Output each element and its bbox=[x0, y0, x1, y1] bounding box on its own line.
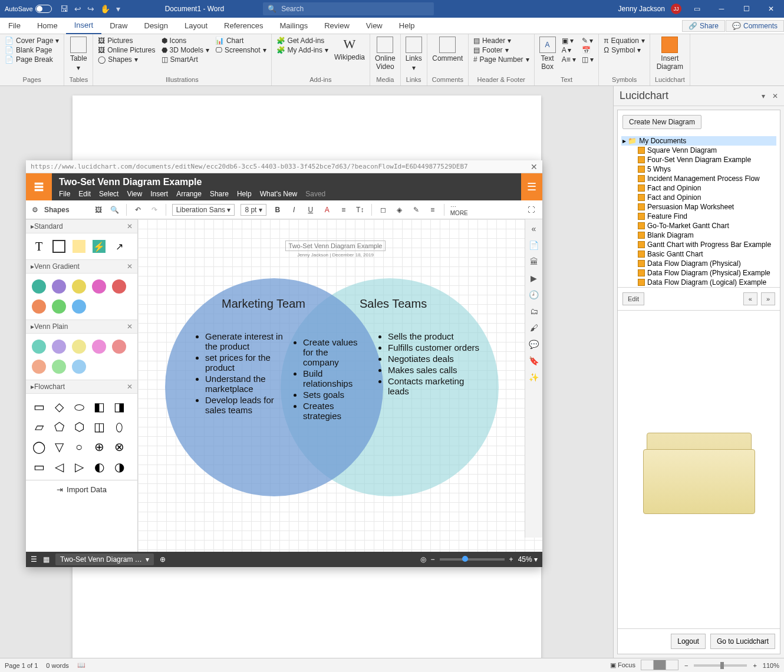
bolt-shape-icon[interactable]: ⚡ bbox=[91, 238, 107, 255]
folder-my-documents[interactable]: ▸ 📁 My Documents bbox=[621, 136, 776, 146]
links-button[interactable]: Links▾ bbox=[406, 37, 422, 72]
symbol-button[interactable]: Ω Symbol ▾ bbox=[604, 46, 645, 54]
italic-icon[interactable]: I bbox=[289, 205, 299, 215]
my-addins-button[interactable]: 🧩 My Add-ins ▾ bbox=[276, 46, 328, 54]
online-video-button[interactable]: Online Video bbox=[375, 37, 396, 71]
canvas-doc-title[interactable]: Two-Set Venn Diagram Example bbox=[285, 241, 386, 251]
tab-insert[interactable]: Insert bbox=[66, 18, 102, 34]
chat-icon[interactable]: 💬 bbox=[529, 340, 539, 349]
tree-doc-item[interactable]: Square Venn Diagram bbox=[621, 146, 776, 155]
icons-button[interactable]: ⬢ Icons bbox=[162, 37, 209, 45]
zoom-value[interactable]: 110% bbox=[763, 662, 779, 669]
tab-home[interactable]: Home bbox=[29, 18, 66, 34]
grid-view-icon[interactable]: ▦ bbox=[43, 555, 50, 564]
tree-doc-item[interactable]: Blank Diagram bbox=[621, 230, 776, 240]
lc-menu-arrange[interactable]: Arrange bbox=[176, 190, 202, 198]
lc-menu-icon[interactable]: ☰ bbox=[521, 173, 542, 200]
venn-right-list[interactable]: Sells the productFulfills customer order… bbox=[377, 331, 483, 397]
circ-yellow[interactable] bbox=[71, 278, 87, 295]
tab-review[interactable]: Review bbox=[316, 18, 358, 34]
prev-page-button[interactable]: « bbox=[743, 292, 757, 305]
flowchart-shape-icon[interactable]: ◧ bbox=[91, 398, 107, 415]
wikipedia-button[interactable]: WWikipedia bbox=[334, 37, 365, 61]
page-icon[interactable]: 📄 bbox=[529, 241, 539, 250]
create-new-diagram-button[interactable]: Create New Diagram bbox=[622, 115, 701, 129]
tree-doc-item[interactable]: Basic Gantt Chart bbox=[621, 249, 776, 259]
minimize-icon[interactable]: ─ bbox=[712, 0, 731, 18]
insert-diagram-button[interactable]: Insert Diagram bbox=[655, 37, 685, 71]
tab-layout[interactable]: Layout bbox=[176, 18, 216, 34]
tab-references[interactable]: References bbox=[216, 18, 271, 34]
circ-teal[interactable] bbox=[31, 278, 47, 295]
venn-center-list[interactable]: Create values for the companyBuild relat… bbox=[292, 337, 363, 422]
zoom-in-icon[interactable]: + bbox=[509, 555, 513, 564]
collapse-icon[interactable]: « bbox=[532, 224, 536, 233]
get-addins-button[interactable]: 🧩 Get Add-ins bbox=[276, 37, 328, 45]
arrow-shape-icon[interactable]: ↗ bbox=[111, 238, 127, 255]
maximize-icon[interactable]: ☐ bbox=[737, 0, 756, 18]
history-icon[interactable]: 🕘 bbox=[529, 290, 539, 299]
page-tab[interactable]: Two-Set Venn Diagram … ▾ bbox=[55, 554, 154, 565]
zoom-out-icon[interactable]: − bbox=[431, 555, 435, 564]
shapes-panel-icon[interactable]: ⚙ bbox=[32, 206, 38, 214]
flowchart-shape-icon[interactable]: ⬡ bbox=[71, 419, 87, 435]
page-break-button[interactable]: 📄 Page Break bbox=[5, 55, 59, 64]
chart-button[interactable]: 📊 Chart bbox=[215, 37, 266, 45]
lc-menu-whatsnew[interactable]: What's New bbox=[260, 190, 298, 198]
go-to-lucidchart-button[interactable]: Go to Lucidchart bbox=[710, 634, 775, 649]
lc-zoom-slider[interactable] bbox=[440, 558, 505, 561]
rect-shape-icon[interactable] bbox=[51, 238, 67, 255]
qat-customize-icon[interactable]: ▾ bbox=[116, 4, 120, 14]
cat-venn-gradient[interactable]: ▸ Venn Gradient✕ bbox=[26, 259, 137, 274]
autosave-toggle[interactable]: AutoSave bbox=[5, 5, 52, 13]
panel-close-icon[interactable]: ✕ bbox=[772, 92, 778, 100]
comment-button[interactable]: Comment bbox=[432, 37, 463, 62]
tree-doc-item[interactable]: Fact and Opinion bbox=[621, 183, 776, 193]
undo-icon[interactable]: ↩ bbox=[74, 4, 81, 14]
flowchart-shape-icon[interactable]: ◫ bbox=[91, 419, 107, 435]
flowchart-shape-icon[interactable]: ◨ bbox=[111, 398, 127, 415]
panel-menu-icon[interactable]: ▾ bbox=[762, 92, 765, 100]
screenshot-button[interactable]: 🖵 Screenshot ▾ bbox=[215, 46, 266, 54]
redo-icon[interactable]: ↷ bbox=[149, 205, 160, 215]
target-icon[interactable]: ◎ bbox=[420, 555, 426, 564]
flowchart-shape-icon[interactable]: ◑ bbox=[111, 459, 127, 475]
flowchart-shape-icon[interactable]: ⬯ bbox=[111, 419, 127, 435]
cat-venn-plain[interactable]: ▸ Venn Plain✕ bbox=[26, 319, 137, 334]
pictures-button[interactable]: 🖼 Pictures bbox=[98, 37, 155, 45]
text-shape-icon[interactable]: T bbox=[31, 238, 47, 255]
avatar[interactable]: JJ bbox=[671, 4, 681, 14]
text-size-icon[interactable]: T↕ bbox=[355, 205, 365, 215]
flowchart-shape-icon[interactable]: ▭ bbox=[31, 398, 47, 415]
image-icon[interactable]: 🖼 bbox=[93, 205, 104, 215]
tab-view[interactable]: View bbox=[358, 18, 391, 34]
3d-models-button[interactable]: ⬣ 3D Models ▾ bbox=[162, 46, 209, 54]
bookmark-icon[interactable]: 🔖 bbox=[529, 356, 539, 365]
lc-menu-edit[interactable]: Edit bbox=[78, 190, 91, 198]
flowchart-shape-icon[interactable]: ⬭ bbox=[71, 398, 87, 415]
view-buttons[interactable] bbox=[641, 660, 678, 671]
magic-icon[interactable]: ✨ bbox=[529, 373, 539, 382]
circ-orange[interactable] bbox=[31, 298, 47, 315]
blank-page-button[interactable]: 📄 Blank Page bbox=[5, 46, 59, 54]
tree-doc-item[interactable]: Incident Management Process Flow bbox=[621, 174, 776, 183]
font-size-select[interactable]: 8 pt ▾ bbox=[241, 204, 266, 216]
cover-page-button[interactable]: 📄 Cover Page ▾ bbox=[5, 37, 59, 45]
lc-menu-share[interactable]: Share bbox=[210, 190, 229, 198]
note-shape-icon[interactable] bbox=[71, 238, 87, 255]
flowchart-shape-icon[interactable]: ⊗ bbox=[111, 439, 127, 455]
circ-purple[interactable] bbox=[51, 278, 67, 295]
more-button[interactable]: ⋯MORE bbox=[450, 203, 468, 216]
redo-icon[interactable]: ↪ bbox=[87, 4, 94, 14]
tree-doc-item[interactable]: Data Flow Diagram (Physical) bbox=[621, 259, 776, 268]
footer-button[interactable]: ▤ Footer ▾ bbox=[473, 46, 529, 54]
flowchart-shape-icon[interactable]: ○ bbox=[71, 439, 87, 455]
font-color-icon[interactable]: A bbox=[322, 205, 332, 215]
header-button[interactable]: ▤ Header ▾ bbox=[473, 37, 529, 45]
text-box-button[interactable]: AText Box bbox=[539, 37, 556, 71]
online-pictures-button[interactable]: 🖼 Online Pictures bbox=[98, 46, 155, 54]
flowchart-shape-icon[interactable]: ◯ bbox=[31, 439, 47, 455]
lc-menu-insert[interactable]: Insert bbox=[150, 190, 168, 198]
fill-icon[interactable]: ◻ bbox=[378, 205, 388, 215]
present-icon[interactable]: ▶ bbox=[531, 274, 537, 283]
